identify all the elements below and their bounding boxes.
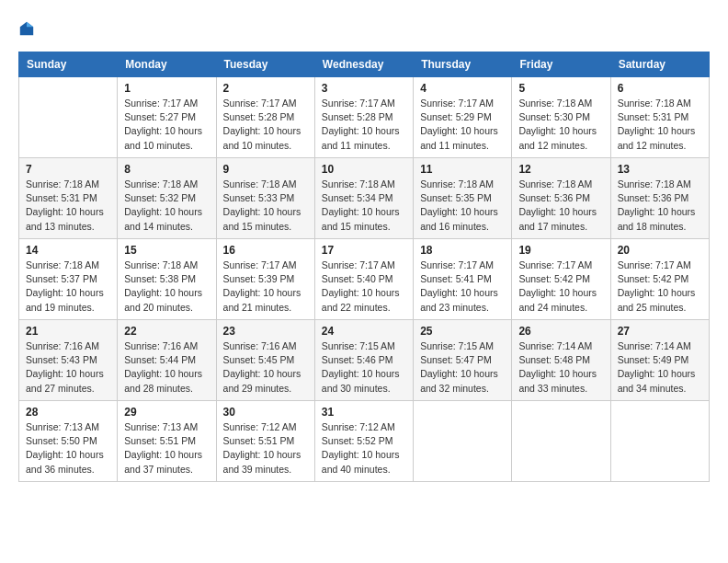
day-detail: Sunrise: 7:15 AMSunset: 5:46 PMDaylight:… xyxy=(322,339,406,396)
day-detail: Sunrise: 7:14 AMSunset: 5:48 PMDaylight:… xyxy=(518,339,603,396)
calendar-cell: 27Sunrise: 7:14 AMSunset: 5:49 PMDayligh… xyxy=(610,320,709,401)
day-detail: Sunrise: 7:18 AMSunset: 5:34 PMDaylight:… xyxy=(322,178,406,234)
col-header-monday: Monday xyxy=(118,52,216,77)
calendar-cell: 16Sunrise: 7:17 AMSunset: 5:39 PMDayligh… xyxy=(216,239,314,320)
calendar-cell: 10Sunrise: 7:18 AMSunset: 5:34 PMDayligh… xyxy=(314,158,413,239)
day-detail: Sunrise: 7:18 AMSunset: 5:37 PMDaylight:… xyxy=(26,259,110,315)
day-number: 9 xyxy=(223,163,308,176)
day-number: 22 xyxy=(124,325,209,338)
calendar-cell: 17Sunrise: 7:17 AMSunset: 5:40 PMDayligh… xyxy=(314,239,413,320)
calendar-cell: 15Sunrise: 7:18 AMSunset: 5:38 PMDayligh… xyxy=(118,239,216,320)
calendar-week-row: 7Sunrise: 7:18 AMSunset: 5:31 PMDaylight… xyxy=(19,158,710,239)
day-detail: Sunrise: 7:14 AMSunset: 5:49 PMDaylight:… xyxy=(618,339,702,396)
calendar-cell: 26Sunrise: 7:14 AMSunset: 5:48 PMDayligh… xyxy=(512,320,610,401)
day-detail: Sunrise: 7:13 AMSunset: 5:50 PMDaylight:… xyxy=(26,420,110,477)
day-detail: Sunrise: 7:15 AMSunset: 5:47 PMDaylight:… xyxy=(420,339,505,396)
day-detail: Sunrise: 7:16 AMSunset: 5:43 PMDaylight:… xyxy=(26,339,110,396)
day-detail: Sunrise: 7:16 AMSunset: 5:45 PMDaylight:… xyxy=(223,339,308,396)
day-number: 8 xyxy=(124,163,209,176)
day-detail: Sunrise: 7:17 AMSunset: 5:29 PMDaylight:… xyxy=(420,97,505,153)
calendar-cell xyxy=(610,401,709,482)
day-number: 19 xyxy=(518,244,603,257)
calendar-cell: 14Sunrise: 7:18 AMSunset: 5:37 PMDayligh… xyxy=(19,239,118,320)
day-detail: Sunrise: 7:17 AMSunset: 5:39 PMDaylight:… xyxy=(223,259,308,315)
day-detail: Sunrise: 7:13 AMSunset: 5:51 PMDaylight:… xyxy=(124,420,209,477)
col-header-friday: Friday xyxy=(512,52,610,77)
day-number: 10 xyxy=(322,163,406,176)
col-header-thursday: Thursday xyxy=(414,52,512,77)
calendar-cell: 21Sunrise: 7:16 AMSunset: 5:43 PMDayligh… xyxy=(19,320,118,401)
col-header-wednesday: Wednesday xyxy=(314,52,413,77)
calendar-cell xyxy=(19,77,118,158)
svg-marker-1 xyxy=(27,22,33,27)
day-number: 30 xyxy=(223,406,308,419)
calendar-cell: 5Sunrise: 7:18 AMSunset: 5:30 PMDaylight… xyxy=(512,77,610,158)
calendar-cell: 25Sunrise: 7:15 AMSunset: 5:47 PMDayligh… xyxy=(414,320,512,401)
calendar-cell: 31Sunrise: 7:12 AMSunset: 5:52 PMDayligh… xyxy=(314,401,413,482)
calendar-cell: 1Sunrise: 7:17 AMSunset: 5:27 PMDaylight… xyxy=(118,77,216,158)
day-number: 28 xyxy=(26,406,110,419)
calendar-cell: 8Sunrise: 7:18 AMSunset: 5:32 PMDaylight… xyxy=(118,158,216,239)
col-header-saturday: Saturday xyxy=(610,52,709,77)
day-detail: Sunrise: 7:17 AMSunset: 5:42 PMDaylight:… xyxy=(618,259,702,315)
col-header-tuesday: Tuesday xyxy=(216,52,314,77)
day-number: 16 xyxy=(223,244,308,257)
day-detail: Sunrise: 7:17 AMSunset: 5:27 PMDaylight:… xyxy=(124,97,209,153)
day-number: 27 xyxy=(618,325,702,338)
calendar-cell: 11Sunrise: 7:18 AMSunset: 5:35 PMDayligh… xyxy=(414,158,512,239)
day-detail: Sunrise: 7:18 AMSunset: 5:36 PMDaylight:… xyxy=(618,178,702,234)
calendar-cell: 3Sunrise: 7:17 AMSunset: 5:28 PMDaylight… xyxy=(314,77,413,158)
page-header xyxy=(18,18,710,37)
day-detail: Sunrise: 7:18 AMSunset: 5:38 PMDaylight:… xyxy=(124,259,209,315)
calendar-cell: 23Sunrise: 7:16 AMSunset: 5:45 PMDayligh… xyxy=(216,320,314,401)
calendar-cell: 13Sunrise: 7:18 AMSunset: 5:36 PMDayligh… xyxy=(610,158,709,239)
day-number: 17 xyxy=(322,244,406,257)
day-detail: Sunrise: 7:18 AMSunset: 5:36 PMDaylight:… xyxy=(518,178,603,234)
day-detail: Sunrise: 7:12 AMSunset: 5:52 PMDaylight:… xyxy=(322,420,406,477)
calendar-cell: 12Sunrise: 7:18 AMSunset: 5:36 PMDayligh… xyxy=(512,158,610,239)
day-detail: Sunrise: 7:18 AMSunset: 5:31 PMDaylight:… xyxy=(618,97,702,153)
day-number: 25 xyxy=(420,325,505,338)
day-number: 20 xyxy=(618,244,702,257)
calendar-cell: 4Sunrise: 7:17 AMSunset: 5:29 PMDaylight… xyxy=(414,77,512,158)
calendar-cell: 22Sunrise: 7:16 AMSunset: 5:44 PMDayligh… xyxy=(118,320,216,401)
day-number: 2 xyxy=(223,82,308,95)
day-detail: Sunrise: 7:16 AMSunset: 5:44 PMDaylight:… xyxy=(124,339,209,396)
calendar-week-row: 21Sunrise: 7:16 AMSunset: 5:43 PMDayligh… xyxy=(19,320,710,401)
col-header-sunday: Sunday xyxy=(19,52,118,77)
day-number: 13 xyxy=(618,163,702,176)
day-detail: Sunrise: 7:18 AMSunset: 5:30 PMDaylight:… xyxy=(518,97,603,153)
day-number: 31 xyxy=(322,406,406,419)
day-number: 4 xyxy=(420,82,505,95)
day-number: 3 xyxy=(322,82,406,95)
logo-icon xyxy=(18,20,35,37)
calendar-cell: 18Sunrise: 7:17 AMSunset: 5:41 PMDayligh… xyxy=(414,239,512,320)
day-number: 7 xyxy=(26,163,110,176)
day-number: 12 xyxy=(518,163,603,176)
day-number: 14 xyxy=(26,244,110,257)
calendar-cell: 20Sunrise: 7:17 AMSunset: 5:42 PMDayligh… xyxy=(610,239,709,320)
calendar-cell xyxy=(512,401,610,482)
day-detail: Sunrise: 7:18 AMSunset: 5:31 PMDaylight:… xyxy=(26,178,110,234)
calendar-week-row: 1Sunrise: 7:17 AMSunset: 5:27 PMDaylight… xyxy=(19,77,710,158)
day-number: 6 xyxy=(618,82,702,95)
calendar-cell xyxy=(414,401,512,482)
day-number: 21 xyxy=(26,325,110,338)
day-detail: Sunrise: 7:18 AMSunset: 5:33 PMDaylight:… xyxy=(223,178,308,234)
day-detail: Sunrise: 7:17 AMSunset: 5:42 PMDaylight:… xyxy=(518,259,603,315)
calendar-cell: 2Sunrise: 7:17 AMSunset: 5:28 PMDaylight… xyxy=(216,77,314,158)
calendar-header-row: SundayMondayTuesdayWednesdayThursdayFrid… xyxy=(19,52,710,77)
calendar-cell: 9Sunrise: 7:18 AMSunset: 5:33 PMDaylight… xyxy=(216,158,314,239)
calendar-week-row: 14Sunrise: 7:18 AMSunset: 5:37 PMDayligh… xyxy=(19,239,710,320)
day-number: 29 xyxy=(124,406,209,419)
calendar-cell: 30Sunrise: 7:12 AMSunset: 5:51 PMDayligh… xyxy=(216,401,314,482)
calendar-cell: 29Sunrise: 7:13 AMSunset: 5:51 PMDayligh… xyxy=(118,401,216,482)
day-detail: Sunrise: 7:17 AMSunset: 5:28 PMDaylight:… xyxy=(223,97,308,153)
day-detail: Sunrise: 7:17 AMSunset: 5:41 PMDaylight:… xyxy=(420,259,505,315)
day-number: 24 xyxy=(322,325,406,338)
day-number: 5 xyxy=(518,82,603,95)
day-number: 23 xyxy=(223,325,308,338)
calendar-cell: 7Sunrise: 7:18 AMSunset: 5:31 PMDaylight… xyxy=(19,158,118,239)
day-number: 11 xyxy=(420,163,505,176)
day-number: 26 xyxy=(518,325,603,338)
